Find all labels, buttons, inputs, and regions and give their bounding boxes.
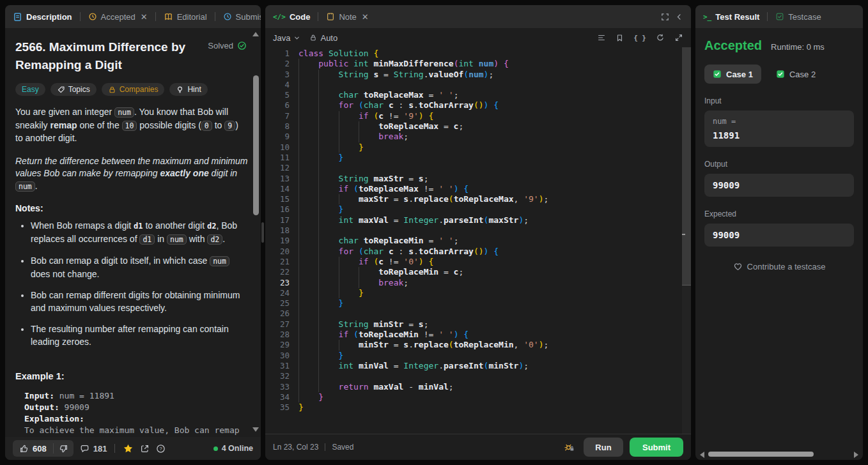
scroll-up-arrow[interactable] <box>252 32 259 36</box>
code-line[interactable]: return maxVal - minVal; <box>298 382 682 392</box>
code-line[interactable]: } <box>298 142 682 153</box>
panel-resize-handle[interactable] <box>261 222 264 243</box>
code-line[interactable]: minStr = s.replace(toReplaceMin, '0'); <box>298 340 682 350</box>
code-line[interactable]: public int minMaxDifference(int num) { <box>298 59 682 69</box>
hscrollbar-thumb[interactable] <box>708 452 814 457</box>
hint-button[interactable]: Hint <box>169 83 207 96</box>
contribute-label: Contribute a testcase <box>747 262 826 271</box>
code-line[interactable]: if (c != '0') { <box>298 257 682 267</box>
chevron-down-icon <box>293 34 300 42</box>
test-result-content: Accepted Runtime: 0 ms Case 1 Case <box>695 28 863 451</box>
format-code-icon[interactable] <box>597 33 606 42</box>
contribute-testcase-link[interactable]: Contribute a testcase <box>704 262 854 271</box>
thumbs-up-icon <box>19 444 29 454</box>
like-button[interactable]: 608 <box>13 444 53 454</box>
description-scrollbar[interactable] <box>253 75 259 215</box>
code-line[interactable]: toReplaceMin = c; <box>298 267 682 277</box>
code-line[interactable] <box>298 80 682 90</box>
tab-testcase[interactable]: Testcase <box>775 12 821 22</box>
topics-button[interactable]: Topics <box>50 83 97 96</box>
code-line[interactable]: String maxStr = s; <box>298 174 682 184</box>
bookmark-icon[interactable] <box>616 34 624 42</box>
code-line[interactable]: char toReplaceMin = ' '; <box>298 236 682 246</box>
run-button[interactable]: Run <box>584 438 623 457</box>
code-line[interactable] <box>298 225 682 236</box>
fullscreen-icon[interactable] <box>660 12 670 22</box>
difficulty-badge[interactable]: Easy <box>15 83 45 96</box>
debugger-icon[interactable] <box>564 442 575 453</box>
case-2-button[interactable]: Case 2 <box>768 65 824 84</box>
code-line[interactable]: } <box>298 402 682 413</box>
tab-submissions-label: Submissions <box>236 12 261 22</box>
editor-scrollbar[interactable] <box>682 47 691 434</box>
close-icon[interactable]: ✕ <box>362 12 369 22</box>
close-icon[interactable]: ✕ <box>141 12 148 22</box>
share-icon[interactable] <box>140 444 150 454</box>
tab-note[interactable]: Note ✕ <box>326 12 368 22</box>
note-item: The resulting number after remapping can… <box>31 323 248 348</box>
code-content[interactable]: class Solution {public int minMaxDiffere… <box>290 49 682 434</box>
tab-description[interactable]: Description <box>13 12 72 22</box>
scroll-left-arrow[interactable] <box>700 452 704 458</box>
notes-list: When Bob remaps a digit d1 to another di… <box>15 220 248 348</box>
dislike-button[interactable] <box>53 443 74 454</box>
tab-submissions[interactable]: Submissions <box>223 12 261 22</box>
code-line[interactable]: maxStr = s.replace(toReplaceMax, '9'); <box>298 194 682 204</box>
editor-scrollbar-thumb[interactable] <box>682 47 691 286</box>
scroll-down-arrow[interactable] <box>252 427 259 432</box>
output-box[interactable]: 99009 <box>704 174 854 197</box>
green-dot-icon <box>213 446 218 451</box>
code-line[interactable] <box>298 309 682 319</box>
help-icon[interactable]: ? <box>156 444 166 454</box>
code-line[interactable]: int minVal = Integer.parseInt(minStr); <box>298 361 682 371</box>
test-result-panel: >_ Test Result Testcase Accepted Runtime… <box>695 5 863 460</box>
code-line[interactable]: String s = String.valueOf(num); <box>298 70 682 80</box>
snippets-icon[interactable]: { } <box>633 34 646 42</box>
code-line[interactable]: if (c != '9') { <box>298 111 682 121</box>
code-line[interactable]: } <box>298 298 682 309</box>
submit-button[interactable]: Submit <box>630 438 683 457</box>
autocomplete-toggle[interactable]: Auto <box>309 33 337 43</box>
language-selector[interactable]: Java <box>273 33 300 43</box>
tab-accepted[interactable]: Accepted ✕ <box>88 12 148 22</box>
code-line[interactable]: int maxVal = Integer.parseInt(maxStr); <box>298 215 682 225</box>
chevron-left-icon[interactable] <box>675 13 683 21</box>
code-line[interactable]: break; <box>298 132 682 142</box>
input-box[interactable]: num = 11891 <box>704 111 854 147</box>
comments-button[interactable]: 181 <box>80 444 107 454</box>
code-line[interactable] <box>298 163 682 173</box>
tab-editorial[interactable]: Editorial <box>164 12 207 22</box>
scroll-right-arrow[interactable] <box>854 452 858 458</box>
code-line[interactable]: toReplaceMax = c; <box>298 121 682 132</box>
code-line[interactable]: break; <box>298 278 682 288</box>
expected-value: 99009 <box>713 230 846 240</box>
autocomplete-label: Auto <box>320 33 337 43</box>
horizontal-scrollbar[interactable] <box>695 450 863 458</box>
expected-box[interactable]: 99009 <box>704 224 854 247</box>
code-line[interactable]: class Solution { <box>298 49 682 59</box>
maximize-icon[interactable] <box>674 33 683 42</box>
problem-description: 2566. Maximum Difference by Remapping a … <box>5 28 254 437</box>
code-line[interactable]: if (toReplaceMin != ' ') { <box>298 330 682 340</box>
code-line[interactable] <box>298 371 682 381</box>
reset-code-icon[interactable] <box>656 33 665 42</box>
code-line[interactable]: for (char c : s.toCharArray()) { <box>298 247 682 257</box>
code-line[interactable]: } <box>298 392 682 402</box>
tab-test-result[interactable]: >_ Test Result <box>703 12 759 22</box>
code-line[interactable]: } <box>298 351 682 361</box>
case-1-button[interactable]: Case 1 <box>704 65 761 84</box>
case-1-label: Case 1 <box>726 70 753 79</box>
code-editor[interactable]: 1234567891011121314151617181920212223242… <box>265 49 682 434</box>
code-line[interactable]: } <box>298 288 682 298</box>
tab-code[interactable]: </> Code <box>273 12 310 22</box>
code-line[interactable]: if (toReplaceMax != ' ') { <box>298 184 682 194</box>
star-icon[interactable] <box>123 443 134 454</box>
problem-paragraph-1: You are given an integer num. You know t… <box>15 106 248 145</box>
heart-icon <box>733 262 743 271</box>
code-line[interactable]: for (char c : s.toCharArray()) { <box>298 100 682 111</box>
code-line[interactable]: } <box>298 153 682 163</box>
companies-button[interactable]: Companies <box>102 83 165 96</box>
code-line[interactable]: String minStr = s; <box>298 319 682 330</box>
code-line[interactable]: } <box>298 204 682 215</box>
code-line[interactable]: char toReplaceMax = ' '; <box>298 90 682 100</box>
